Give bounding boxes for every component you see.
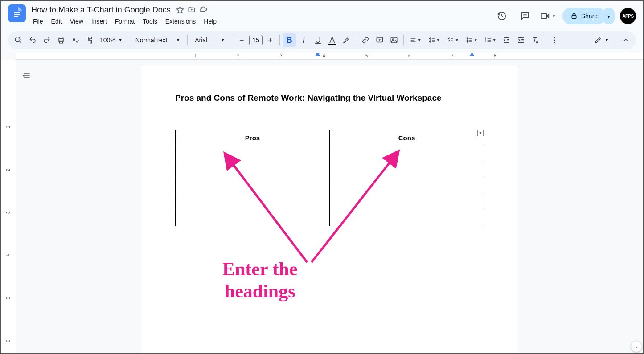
table-cell[interactable] xyxy=(176,210,330,226)
align-button[interactable]: ▼ xyxy=(406,33,424,47)
account-avatar[interactable]: APPS xyxy=(620,8,636,24)
document-title[interactable]: How to Make a T-Chart in Google Docs xyxy=(29,4,172,16)
menu-view[interactable]: View xyxy=(66,16,87,27)
bold-button[interactable]: B xyxy=(283,33,296,47)
spellcheck-icon[interactable] xyxy=(69,33,82,47)
horizontal-ruler[interactable]: 1 2 3 4 5 6 7 8 xyxy=(16,53,643,60)
separator xyxy=(128,35,128,45)
font-select[interactable]: Arial▼ xyxy=(190,35,229,45)
right-indent-marker[interactable] xyxy=(470,53,474,56)
font-size-group: − + xyxy=(235,33,277,47)
table-cell[interactable] xyxy=(176,146,330,162)
share-dropdown[interactable]: ▼ xyxy=(603,8,615,24)
t-chart-table[interactable]: Pros Cons xyxy=(175,130,484,226)
zoom-select[interactable]: 100%▼ xyxy=(97,35,125,45)
table-header-cons[interactable]: Cons xyxy=(330,130,484,146)
checklist-button[interactable]: ▼ xyxy=(444,33,462,47)
svg-rect-3 xyxy=(14,16,18,17)
history-icon[interactable] xyxy=(493,7,511,25)
svg-point-47 xyxy=(554,40,555,41)
vertical-ruler[interactable]: 1 2 3 4 5 6 xyxy=(1,60,16,354)
svg-point-26 xyxy=(467,38,468,39)
menu-file[interactable]: File xyxy=(29,16,47,27)
table-cell[interactable] xyxy=(330,146,484,162)
font-size-input[interactable] xyxy=(249,35,263,45)
menu-edit[interactable]: Edit xyxy=(48,16,66,27)
move-icon[interactable] xyxy=(188,6,196,14)
svg-rect-16 xyxy=(391,37,397,43)
separator xyxy=(356,35,356,45)
separator xyxy=(403,35,404,45)
bulleted-list-button[interactable]: ▼ xyxy=(463,33,480,47)
document-canvas[interactable]: Pros and Cons of Remote Work: Navigating… xyxy=(16,60,643,354)
table-cell[interactable] xyxy=(330,162,484,178)
table-cell[interactable] xyxy=(176,178,330,194)
separator xyxy=(545,35,545,45)
table-cell[interactable] xyxy=(330,194,484,210)
increase-font-icon[interactable]: + xyxy=(263,33,277,47)
decrease-indent-icon[interactable] xyxy=(500,33,513,47)
text-color-button[interactable]: A xyxy=(325,33,339,47)
document-heading[interactable]: Pros and Cons of Remote Work: Navigating… xyxy=(175,93,484,103)
search-menus-icon[interactable] xyxy=(12,33,25,47)
menu-tools[interactable]: Tools xyxy=(139,16,161,27)
svg-line-9 xyxy=(19,41,21,43)
app-header: How to Make a T-Chart in Google Docs Fil… xyxy=(1,1,643,29)
increase-indent-icon[interactable] xyxy=(514,33,528,47)
insert-comment-icon[interactable] xyxy=(373,33,386,47)
clear-formatting-icon[interactable] xyxy=(529,33,542,47)
toolbar-container: 100%▼ Normal text▼ Arial▼ − + B I U A ▼ … xyxy=(1,29,643,53)
share-button[interactable]: Share xyxy=(562,8,606,24)
table-cell[interactable] xyxy=(176,162,330,178)
cloud-status-icon[interactable] xyxy=(199,6,207,14)
workspace: 1 2 3 4 5 6 Pros and Cons of Remote Work… xyxy=(1,60,643,354)
table-cell[interactable] xyxy=(330,210,484,226)
left-indent-marker[interactable] xyxy=(316,53,320,56)
menu-help[interactable]: Help xyxy=(200,16,220,27)
svg-rect-7 xyxy=(572,16,576,19)
collapse-toolbar-icon[interactable] xyxy=(619,33,632,47)
explore-button[interactable]: ‹ xyxy=(631,341,642,352)
svg-point-8 xyxy=(15,37,20,42)
paint-format-icon[interactable] xyxy=(83,33,96,47)
meet-button[interactable]: ▼ xyxy=(539,7,557,25)
svg-rect-1 xyxy=(14,12,20,13)
print-icon[interactable] xyxy=(54,33,68,47)
insert-image-icon[interactable] xyxy=(387,33,401,47)
more-tools-icon[interactable] xyxy=(548,33,561,47)
highlight-button[interactable] xyxy=(340,33,353,47)
italic-button[interactable]: I xyxy=(297,33,310,47)
undo-icon[interactable] xyxy=(26,33,39,47)
docs-logo-icon[interactable] xyxy=(8,4,26,22)
table-header-pros[interactable]: Pros xyxy=(176,130,330,146)
redo-icon[interactable] xyxy=(40,33,53,47)
svg-rect-2 xyxy=(14,14,20,15)
annotation-text: Enter the headings xyxy=(222,258,297,303)
table-cell[interactable] xyxy=(176,194,330,210)
menu-insert[interactable]: Insert xyxy=(88,16,111,27)
menu-format[interactable]: Format xyxy=(111,16,138,27)
svg-rect-6 xyxy=(541,14,547,19)
star-icon[interactable] xyxy=(176,6,184,14)
editing-mode-button[interactable]: ▼ xyxy=(590,34,613,46)
page[interactable]: Pros and Cons of Remote Work: Navigating… xyxy=(142,66,517,354)
header-right: ▼ Share ▼ APPS xyxy=(493,7,636,25)
table-cell[interactable] xyxy=(330,178,484,194)
separator xyxy=(232,35,232,45)
title-area: How to Make a T-Chart in Google Docs Fil… xyxy=(29,4,493,28)
menu-extensions[interactable]: Extensions xyxy=(162,16,199,27)
insert-link-icon[interactable] xyxy=(359,33,372,47)
numbered-list-button[interactable]: 123▼ xyxy=(481,33,499,47)
separator xyxy=(279,35,280,45)
svg-point-48 xyxy=(554,42,555,43)
paragraph-style-select[interactable]: Normal text▼ xyxy=(131,35,185,45)
decrease-font-icon[interactable]: − xyxy=(235,33,248,47)
table-options-handle[interactable]: ▼ xyxy=(477,130,484,136)
menu-bar: File Edit View Insert Format Tools Exten… xyxy=(29,15,493,28)
line-spacing-button[interactable]: ▼ xyxy=(425,33,443,47)
separator xyxy=(187,35,188,45)
separator xyxy=(616,35,616,45)
comments-icon[interactable] xyxy=(516,7,534,25)
underline-button[interactable]: U xyxy=(311,33,324,47)
toolbar: 100%▼ Normal text▼ Arial▼ − + B I U A ▼ … xyxy=(8,31,636,49)
